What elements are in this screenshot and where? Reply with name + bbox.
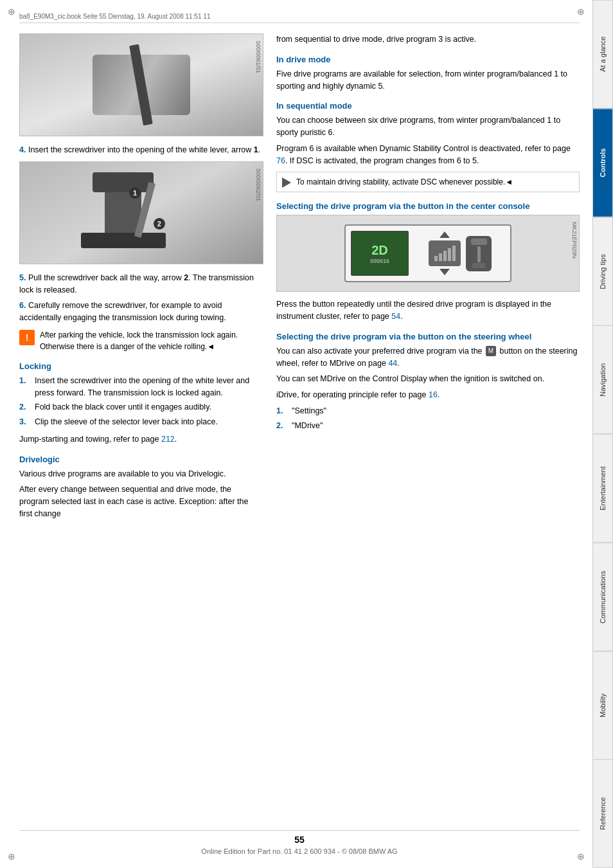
step-6-text: Carefully remove the screwdriver, for ex… [19, 301, 226, 322]
sidebar-tab-controls[interactable]: Controls [592, 109, 613, 217]
in-sequential-heading: In sequential mode [276, 101, 580, 111]
locking-list: 1. Insert the screwdriver into the openi… [19, 375, 263, 428]
idrive-text2: iDrive, for operating principle refer to… [276, 389, 580, 401]
lever-image-bottom: 1 2 S00I0062/01 [19, 161, 263, 264]
step-5: 5. Pull the screwdriver back all the way… [19, 272, 263, 296]
locking-heading: Locking [19, 361, 263, 371]
step-4-number: 4. [19, 145, 26, 154]
drivelogic-text1: Various drive programs are available to … [19, 468, 263, 480]
sidebar-tab-mobility[interactable]: Mobility [592, 651, 613, 760]
jump-text: Jump-starting and towing, refer to page … [19, 433, 263, 446]
volume-bars [429, 240, 461, 266]
step-4-period: . [258, 145, 260, 154]
locking-step-1: 1. Insert the screwdriver into the openi… [19, 375, 263, 399]
annotation-2: 2 [154, 218, 165, 230]
warning-icon: ! [19, 330, 35, 345]
mdrive-button-icon: M [486, 346, 496, 356]
warning-box: ! After parking the vehicle, lock the tr… [19, 329, 263, 352]
display-screen: 2D 000016 [351, 231, 409, 276]
selecting-steering-heading: Selecting the drive program via the butt… [276, 332, 580, 341]
img-sidenote-console: MK21EP029N [571, 222, 578, 258]
header-line: ba8_E90M3_cic.book Seite 55 Dienstag, 19… [19, 13, 580, 23]
reg-mark-tr [574, 5, 587, 18]
reg-mark-br [574, 850, 587, 863]
drivelogic-text2: After every change between sequential an… [19, 484, 263, 520]
console-image: 2D 000016 [276, 215, 580, 292]
locking-step-2: 2. Fold back the black cover until it en… [19, 401, 263, 413]
step-5-text: Pull the screwdriver back all the way, a… [28, 273, 184, 282]
mdrive-item: 2. "MDrive" [276, 420, 580, 432]
step-6-number: 6. [19, 301, 26, 310]
steering-text: You can also activate your preferred dri… [276, 345, 580, 370]
step-6: 6. Carefully remove the screwdriver, for… [19, 300, 263, 324]
step-4-text: Insert the screwdriver into the opening … [28, 145, 254, 154]
up-arrow-icon [440, 231, 450, 238]
sidebar-tabs: At a glance Controls Driving tips Naviga… [592, 0, 613, 868]
in-sequential-text1: You can choose between six drive program… [276, 114, 580, 139]
img-sidenote-1: S00I0061/01 [255, 41, 262, 73]
gear-stick [466, 236, 492, 271]
sidebar-tab-reference[interactable]: Reference [592, 759, 613, 868]
display-panel: 2D 000016 [344, 224, 511, 282]
in-sequential-text2: Program 6 is available when Dynamic Stab… [276, 143, 580, 167]
idrive-text1: You can set MDrive on the Control Displa… [276, 373, 580, 385]
selecting-center-heading: Selecting the drive program via the butt… [276, 201, 580, 211]
locking-step-3: 3. Clip the sleeve of the selector lever… [19, 416, 263, 428]
continuation-text: from sequential to drive mode, drive pro… [276, 33, 580, 46]
sidebar-tab-communications[interactable]: Communications [592, 543, 613, 651]
sidebar-tab-entertainment[interactable]: Entertainment [592, 434, 613, 543]
settings-item: 1. "Settings" [276, 405, 580, 417]
footer-text: Online Edition for Part no. 01 41 2 600 … [19, 847, 580, 855]
press-button-text: Press the button repeatedly until the de… [276, 298, 580, 323]
img-sidenote-2: S00I0062/01 [255, 168, 262, 201]
note-text: To maintain driving stability, activate … [296, 176, 513, 188]
display-controls [415, 231, 505, 275]
step-5-number: 5. [19, 273, 26, 282]
gear-display-text: 2D [371, 243, 388, 258]
in-drive-mode-text: Five drive programs are available for se… [276, 68, 580, 93]
reg-mark-tl [5, 5, 18, 18]
settings-list: 1. "Settings" 2. "MDrive" [276, 405, 580, 432]
step-4: 4. Insert the screwdriver into the openi… [19, 144, 263, 156]
odometer-text: 000016 [370, 258, 389, 264]
in-drive-mode-heading: In drive mode [276, 55, 580, 64]
reg-mark-bl [5, 850, 18, 863]
sidebar-tab-at-a-glance[interactable]: At a glance [592, 0, 613, 109]
page-number: 55 [19, 835, 580, 845]
step-4-bold: 1 [254, 145, 258, 154]
warning-text: After parking the vehicle, lock the tran… [40, 329, 263, 352]
note-box: To maintain driving stability, activate … [276, 172, 580, 192]
down-arrow-icon [440, 269, 450, 275]
sidebar-tab-driving-tips[interactable]: Driving tips [592, 217, 613, 326]
note-triangle-icon [282, 177, 291, 188]
drivelogic-heading: Drivelogic [19, 455, 263, 464]
lever-image-top: S00I0061/01 [19, 33, 263, 136]
page-footer: 55 Online Edition for Part no. 01 41 2 6… [19, 830, 580, 855]
sidebar-tab-navigation[interactable]: Navigation [592, 325, 613, 434]
